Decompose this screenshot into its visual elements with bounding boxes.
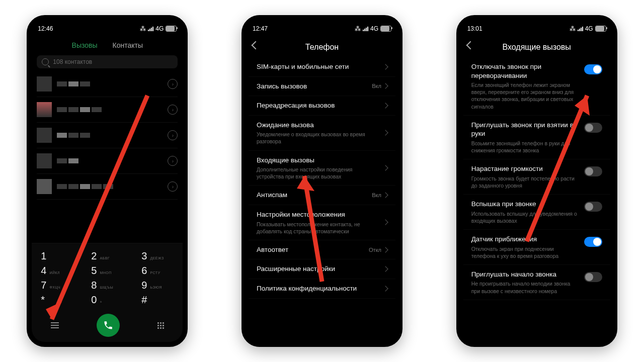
tab-contacts[interactable]: Контакты [113,41,143,49]
battery-icon [595,26,606,32]
toggle-switch[interactable] [584,166,602,176]
menu-button[interactable] [51,322,59,328]
phone-incoming-settings: 13:01 ⁂ 4G Входящие вызовы Отключать зво… [456,15,617,347]
search-input[interactable]: 108 контактов [37,55,178,68]
row-title: Отключать звонок при переворачивании [471,62,579,80]
toggle-dialpad-button[interactable] [157,322,164,329]
chevron-right-icon [382,220,388,225]
toggle-switch[interactable] [584,237,602,247]
info-icon[interactable]: › [168,182,178,192]
battery-icon [380,26,391,32]
call-button[interactable] [97,314,120,337]
settings-row[interactable]: SIM-карты и мобильные сети [249,57,395,77]
row-title: Антиспам [257,191,367,200]
settings-row[interactable]: Настройки местоположенияПоказывать место… [249,205,395,240]
clock: 13:01 [467,25,482,32]
chevron-right-icon [382,286,388,291]
row-title: Автоответ [257,245,364,254]
row-subtitle: Громкость звонка будет постепенно расти … [471,175,579,189]
row-subtitle: Показывать местоположение контакта, не д… [257,221,378,235]
key-6[interactable]: 6РСТУ [133,265,182,277]
row-title: Ожидание вызова [257,121,378,130]
row-side [383,65,387,69]
info-icon[interactable]: › [168,130,178,140]
clock: 12:46 [38,25,53,32]
row-title: Приглушать звонок при взятии в руки [471,121,579,138]
chevron-right-icon [382,130,388,135]
settings-row[interactable]: Политика конфиденциальности [249,279,395,299]
search-placeholder: 108 контактов [53,58,92,65]
row-title: Политика конфиденциальности [257,284,378,293]
toggle-row: Вспышка при звонкеИспользовать вспышку д… [463,195,610,230]
back-button[interactable] [466,41,474,50]
search-icon [42,58,49,65]
chevron-right-icon [382,266,388,272]
key-1[interactable]: 1 [33,250,81,262]
row-title: Входящие вызовы [257,156,378,165]
row-title: Приглушать начало звонка [471,270,579,279]
row-title: Датчик приближения [471,235,579,244]
tab-calls[interactable]: Вызовы [72,41,98,49]
row-title: Нарастание громкости [471,164,579,173]
toggle-switch[interactable] [584,123,602,133]
info-icon[interactable]: › [168,105,178,115]
info-icon[interactable]: › [168,79,178,89]
settings-row[interactable]: Расширенные настройки [249,259,395,279]
toggle-switch[interactable] [584,272,602,282]
row-side [383,104,387,108]
chevron-right-icon [382,64,388,69]
settings-row[interactable]: Переадресация вызовов [249,96,395,116]
settings-row[interactable]: Ожидание вызоваУведомление о входящих вы… [249,116,395,151]
row-subtitle: Если звонящий телефон лежит экраном ввер… [471,81,579,110]
settings-row[interactable]: АвтоответОткл [249,240,395,260]
phone-dialer: 12:46 ⁂ 4G Вызовы Контакты 108 контактов… [27,15,188,347]
key-5[interactable]: 5МНОП [83,265,131,277]
toggle-row: Отключать звонок при переворачиванииЕсли… [463,57,610,116]
settings-list: SIM-карты и мобильные сетиЗапись вызовов… [247,57,397,342]
header: Телефон [247,37,397,57]
signal-icon [578,27,583,31]
status-bar: 12:46 ⁂ 4G [32,20,183,37]
settings-row[interactable]: Входящие вызовыДополнительные настройки … [249,151,395,186]
settings-list: Отключать звонок при переворачиванииЕсли… [461,57,612,342]
row-subtitle: Не проигрывать начало мелодии звонка при… [471,280,579,294]
key-star[interactable]: * [33,294,81,306]
row-subtitle: Возьмите звонящий телефон в руки для сни… [471,140,579,154]
back-button[interactable] [251,41,260,50]
toggle-switch[interactable] [584,202,602,212]
key-3[interactable]: 3ДЕЁЖЗ [133,250,182,262]
chevron-right-icon [382,193,388,198]
list-item[interactable]: › [37,174,178,200]
status-bar: 13:01 ⁂ 4G [461,20,612,37]
settings-row[interactable]: Запись вызововВкл [249,77,395,97]
header: Входящие вызовы [461,37,612,57]
settings-row[interactable]: АнтиспамВкл [249,186,395,205]
bluetooth-icon: ⁂ [570,25,576,32]
row-title: Настройки местоположения [257,210,378,219]
list-item[interactable]: › [37,148,178,174]
key-0[interactable]: 0+ [83,294,131,306]
list-item[interactable]: › [37,71,178,97]
list-item[interactable]: › [37,97,178,123]
key-2[interactable]: 2АБВГ [83,250,131,262]
row-title: SIM-карты и мобильные сети [257,62,378,71]
bluetooth-icon: ⁂ [355,25,361,32]
status-icons: ⁂ 4G [140,25,177,32]
key-9[interactable]: 9ЬЭЮЯ [133,280,182,291]
chevron-right-icon [382,83,388,89]
key-8[interactable]: 8ШЩЪЫ [83,280,131,291]
row-side: Вкл [372,192,387,198]
phone-settings: 12:47 ⁂ 4G Телефон SIM-карты и мобильные… [242,15,403,347]
clock: 12:47 [253,25,268,32]
key-4[interactable]: 4ИЙКЛ [33,265,81,277]
info-icon[interactable]: › [168,156,178,166]
status-icons: ⁂ 4G [355,25,391,32]
row-subtitle: Дополнительные настройки поведения устро… [257,166,378,180]
network-label: 4G [370,25,378,32]
key-7[interactable]: 7ФХЦЧ [33,280,81,291]
network-label: 4G [585,25,593,32]
toggle-switch[interactable] [584,64,602,74]
list-item[interactable]: › [37,123,178,148]
key-hash[interactable]: # [133,294,182,306]
row-side [383,267,387,271]
